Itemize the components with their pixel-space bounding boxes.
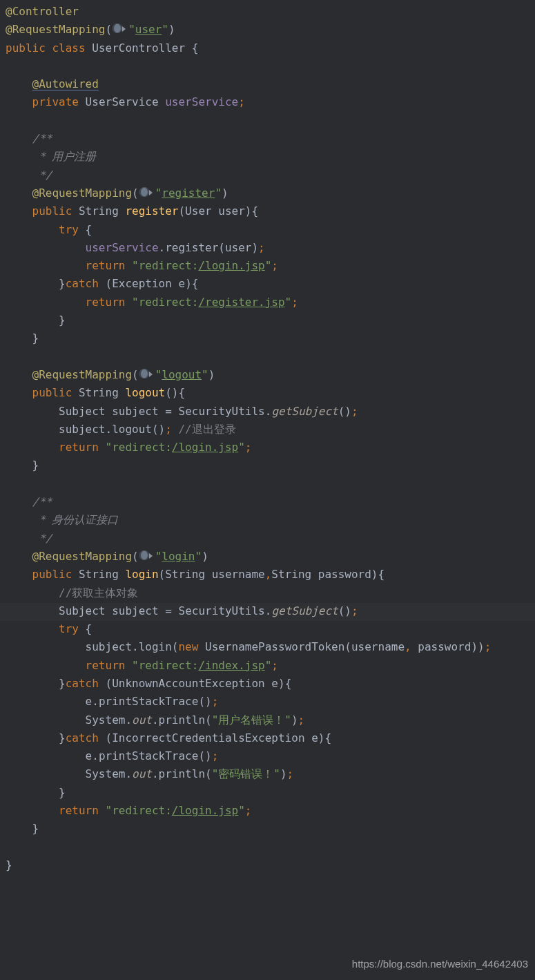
method-register: register xyxy=(125,204,178,218)
comment-auth: * 身份认证接口 xyxy=(6,513,118,526)
annotation-requestmapping: @RequestMapping xyxy=(6,23,106,36)
comment-register: * 用户注册 xyxy=(6,150,96,163)
code-editor[interactable]: @Controller @RequestMapping("user") publ… xyxy=(0,0,535,874)
web-icon xyxy=(139,186,155,198)
web-icon xyxy=(139,550,155,561)
field-userservice: userService xyxy=(165,95,238,108)
method-logout: logout xyxy=(125,386,165,399)
comment-getsubject: //获取主体对象 xyxy=(59,586,138,599)
watermark: https://blog.csdn.net/weixin_44642403 xyxy=(352,955,528,973)
current-line-highlight xyxy=(0,603,535,621)
annotation-autowired: @Autowired xyxy=(32,77,99,90)
annotation-controller: @Controller xyxy=(6,5,79,18)
web-icon xyxy=(139,368,155,380)
class-name: UserController xyxy=(92,41,185,55)
web-icon xyxy=(112,23,128,35)
method-login: login xyxy=(125,568,158,581)
comment-logout: //退出登录 xyxy=(178,423,235,436)
